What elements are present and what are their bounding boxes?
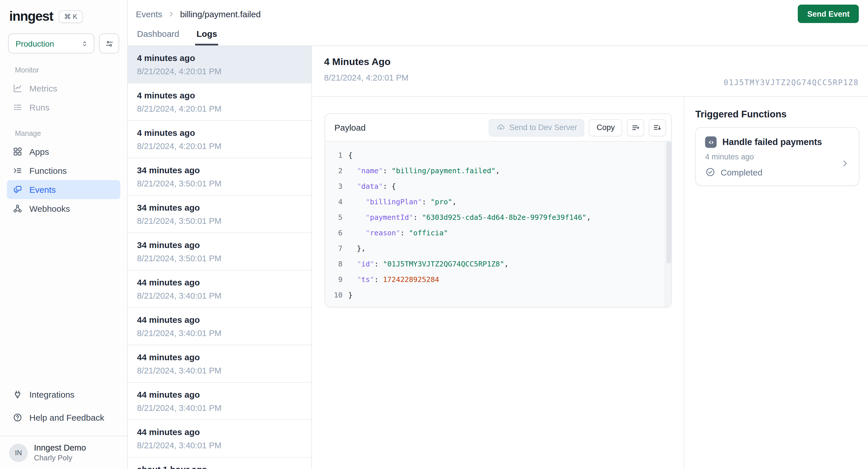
detail-body: Payload Send to Dev Server Copy — [312, 97, 868, 469]
event-list-item[interactable]: 4 minutes ago8/21/2024, 4:20:01 PM — [128, 46, 311, 84]
line-number: 6 — [325, 228, 342, 237]
event-timestamp: 8/21/2024, 3:50:01 PM — [137, 216, 302, 226]
functions-icon — [13, 166, 23, 176]
line-number: 8 — [325, 259, 342, 268]
event-list-item[interactable]: 4 minutes ago8/21/2024, 4:20:01 PM — [128, 84, 311, 121]
function-name: Handle failed payments — [722, 137, 822, 147]
event-timestamp: 8/21/2024, 4:20:01 PM — [137, 104, 302, 113]
event-timestamp: 8/21/2024, 4:20:01 PM — [137, 67, 302, 76]
event-timestamp: 8/21/2024, 4:20:01 PM — [137, 142, 302, 151]
avatar: IN — [9, 443, 28, 462]
code-scrollbar-thumb[interactable] — [666, 142, 671, 264]
sidebar-footer: IntegrationsHelp and Feedback IN Inngest… — [0, 383, 127, 469]
detail-title: 4 Minutes Ago — [324, 56, 408, 68]
code-scrollbar[interactable] — [665, 142, 671, 307]
sidebar-item-help-and-feedback[interactable]: Help and Feedback — [7, 406, 120, 429]
event-list-item[interactable]: 44 minutes ago8/21/2024, 3:40:01 PM — [128, 308, 311, 345]
code-line: 8 "id": "01J5TMY3VJTZ2QG74QCC5RP1Z8", — [325, 256, 671, 272]
sidebar-item-runs[interactable]: Runs — [7, 98, 120, 117]
cloud-download-icon — [496, 123, 505, 132]
event-relative-time: 4 minutes ago — [137, 53, 302, 63]
code-line: 9 "ts": 1724228925284 — [325, 272, 671, 287]
event-relative-time: about 1 hour ago — [137, 464, 302, 469]
event-timestamp: 8/21/2024, 3:50:01 PM — [137, 254, 302, 263]
event-list-item[interactable]: 34 minutes ago8/21/2024, 3:50:01 PM — [128, 158, 311, 196]
chevrons-up-down-icon — [81, 39, 89, 48]
event-timestamp: 8/21/2024, 3:40:01 PM — [137, 291, 302, 301]
event-list-item[interactable]: 44 minutes ago8/21/2024, 3:40:01 PM — [128, 271, 311, 308]
nav-section-label: Monitor — [15, 66, 120, 74]
detail-timestamp: 8/21/2024, 4:20:01 PM — [324, 73, 408, 82]
content: 4 minutes ago8/21/2024, 4:20:01 PM4 minu… — [128, 46, 868, 469]
copy-button[interactable]: Copy — [589, 119, 622, 136]
chevron-right-icon[interactable] — [840, 159, 849, 168]
sidebar-item-integrations[interactable]: Integrations — [7, 383, 120, 406]
send-to-dev-server-label: Send to Dev Server — [509, 123, 577, 132]
triggered-function-card[interactable]: Handle failed payments 4 minutes ago Com… — [695, 127, 859, 186]
line-number: 9 — [325, 275, 342, 284]
code-line: 1{ — [325, 147, 671, 163]
main-area: Events billing/payment.failed DashboardL… — [128, 0, 868, 469]
payload-title: Payload — [334, 123, 366, 132]
event-relative-time: 44 minutes ago — [137, 315, 302, 324]
tab-logs[interactable]: Logs — [195, 29, 218, 45]
code-line: 7 }, — [325, 241, 671, 256]
org-name: Inngest Demo — [34, 443, 86, 452]
command-k-shortcut[interactable]: ⌘ K — [59, 10, 83, 23]
code-line: 10} — [325, 287, 671, 303]
code-line: 3 "data": { — [325, 178, 671, 194]
event-detail-header: 4 Minutes Ago 8/21/2024, 4:20:01 PM 01J5… — [312, 46, 868, 97]
runs-list-icon — [13, 102, 23, 112]
breadcrumb: Events billing/payment.failed — [128, 0, 868, 19]
event-list-item[interactable]: about 1 hour ago — [128, 458, 311, 469]
sidebar-item-label: Help and Feedback — [29, 412, 104, 422]
sidebar-item-label: Metrics — [29, 84, 57, 93]
event-list-item[interactable]: 44 minutes ago8/21/2024, 3:40:01 PM — [128, 420, 311, 458]
environment-selector[interactable]: Production — [8, 33, 94, 54]
event-list-item[interactable]: 4 minutes ago8/21/2024, 4:20:01 PM — [128, 121, 311, 158]
sidebar: inngest ⌘ K Production MonitorMetricsRun… — [0, 0, 128, 469]
environment-settings-button[interactable] — [99, 33, 119, 54]
code-line: 2 "name": "billing/payment.failed", — [325, 163, 671, 178]
event-list-item[interactable]: 34 minutes ago8/21/2024, 3:50:01 PM — [128, 233, 311, 271]
event-list-item[interactable]: 44 minutes ago8/21/2024, 3:40:01 PM — [128, 383, 311, 420]
environment-value: Production — [16, 39, 54, 48]
line-number: 5 — [325, 213, 342, 222]
event-timestamp: 8/21/2024, 3:40:01 PM — [137, 441, 302, 450]
inngest-logo[interactable]: inngest — [9, 9, 53, 24]
code-icon — [705, 136, 717, 148]
event-timestamp: 8/21/2024, 3:50:01 PM — [137, 179, 302, 188]
event-relative-time: 4 minutes ago — [137, 90, 302, 100]
send-event-button[interactable]: Send Event — [798, 5, 859, 23]
tab-dashboard[interactable]: Dashboard — [136, 29, 181, 45]
event-timestamp: 8/21/2024, 3:40:01 PM — [137, 403, 302, 413]
sidebar-item-label: Integrations — [29, 389, 74, 399]
chart-line-icon — [13, 84, 23, 93]
line-number: 2 — [325, 166, 342, 175]
line-number: 7 — [325, 244, 342, 253]
help-circle-icon — [13, 412, 23, 422]
sidebar-item-apps[interactable]: Apps — [7, 142, 120, 161]
event-relative-time: 34 minutes ago — [137, 240, 302, 250]
code-line: 4 "billingPlan": "pro", — [325, 194, 671, 210]
code-line: 6 "reason": "officia" — [325, 225, 671, 241]
user-menu[interactable]: IN Inngest Demo Charly Poly — [0, 436, 127, 469]
sidebar-item-webhooks[interactable]: Webhooks — [7, 199, 120, 218]
send-to-dev-server-button[interactable]: Send to Dev Server — [488, 119, 585, 136]
check-circle-icon — [705, 167, 715, 177]
event-list-item[interactable]: 44 minutes ago8/21/2024, 3:40:01 PM — [128, 345, 311, 383]
event-relative-time: 4 minutes ago — [137, 128, 302, 137]
logo-row: inngest ⌘ K — [0, 0, 127, 29]
sidebar-item-events[interactable]: Events — [7, 180, 120, 199]
nav-section-label: Manage — [15, 129, 120, 137]
expand-lines-button[interactable] — [649, 119, 666, 136]
event-list-item[interactable]: 34 minutes ago8/21/2024, 3:50:01 PM — [128, 196, 311, 233]
breadcrumb-events[interactable]: Events — [136, 9, 162, 19]
triggered-functions-panel: Triggered Functions Handle failed paymen… — [684, 97, 868, 469]
sidebar-item-metrics[interactable]: Metrics — [7, 79, 120, 98]
event-relative-time: 34 minutes ago — [137, 165, 302, 175]
word-wrap-button[interactable] — [627, 119, 644, 136]
code-line: 5 "paymentId": "6303d925-cda5-4d64-8b2e-… — [325, 210, 671, 225]
sidebar-item-functions[interactable]: Functions — [7, 161, 120, 180]
apps-grid-icon — [13, 147, 23, 157]
